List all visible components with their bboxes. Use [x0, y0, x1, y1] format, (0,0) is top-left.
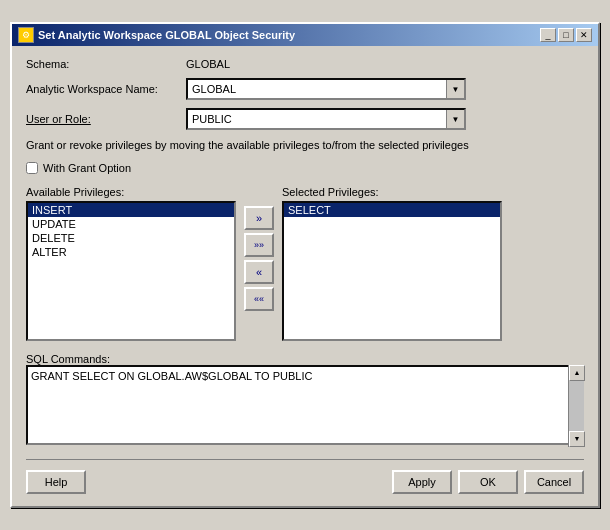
- window-icon-symbol: ⚙: [22, 30, 30, 40]
- list-item[interactable]: SELECT: [284, 203, 500, 217]
- selected-privileges-label: Selected Privileges:: [282, 186, 502, 198]
- title-controls: _ □ ✕: [540, 28, 592, 42]
- grant-option-row: With Grant Option: [26, 162, 584, 174]
- schema-label: Schema:: [26, 58, 186, 70]
- sql-scrollbar[interactable]: ▲ ▼: [568, 365, 584, 447]
- privileges-container: Available Privileges: INSERT UPDATE DELE…: [26, 186, 584, 341]
- list-item[interactable]: UPDATE: [28, 217, 234, 231]
- scroll-track: [569, 381, 584, 431]
- move-left-button[interactable]: «: [244, 260, 274, 284]
- scroll-up-button[interactable]: ▲: [569, 365, 585, 381]
- move-all-right-icon: »»: [254, 240, 264, 250]
- schema-row: Schema: GLOBAL: [26, 58, 584, 70]
- list-item[interactable]: INSERT: [28, 203, 234, 217]
- aw-name-label: Analytic Workspace Name:: [26, 83, 186, 95]
- transfer-buttons: » »» « ««: [240, 206, 278, 311]
- move-all-left-icon: ««: [254, 294, 264, 304]
- move-left-icon: «: [256, 266, 262, 278]
- bottom-buttons: Help Apply OK Cancel: [26, 459, 584, 494]
- action-buttons: Apply OK Cancel: [392, 470, 584, 494]
- title-bar-left: ⚙ Set Analytic Workspace GLOBAL Object S…: [18, 27, 295, 43]
- aw-name-select[interactable]: GLOBAL: [192, 83, 460, 95]
- minimize-button[interactable]: _: [540, 28, 556, 42]
- move-all-right-button[interactable]: »»: [244, 233, 274, 257]
- close-button[interactable]: ✕: [576, 28, 592, 42]
- aw-name-row: Analytic Workspace Name: GLOBAL ▼: [26, 78, 584, 100]
- help-button[interactable]: Help: [26, 470, 86, 494]
- user-role-select[interactable]: PUBLIC DBA CONNECT: [192, 113, 460, 125]
- window-body: Schema: GLOBAL Analytic Workspace Name: …: [12, 46, 598, 505]
- sql-section: SQL Commands: ▲ ▼: [26, 353, 584, 447]
- available-privileges-label: Available Privileges:: [26, 186, 236, 198]
- move-right-icon: »: [256, 212, 262, 224]
- sql-commands-label: SQL Commands:: [26, 353, 110, 365]
- move-right-button[interactable]: »: [244, 206, 274, 230]
- user-role-field[interactable]: PUBLIC DBA CONNECT ▼: [186, 108, 466, 130]
- available-privileges-listbox[interactable]: INSERT UPDATE DELETE ALTER: [26, 201, 236, 341]
- title-bar: ⚙ Set Analytic Workspace GLOBAL Object S…: [12, 24, 598, 46]
- selected-privileges-section: Selected Privileges: SELECT: [282, 186, 502, 341]
- list-item[interactable]: ALTER: [28, 245, 234, 259]
- available-privileges-section: Available Privileges: INSERT UPDATE DELE…: [26, 186, 236, 341]
- main-window: ⚙ Set Analytic Workspace GLOBAL Object S…: [10, 22, 600, 507]
- user-role-label: User or Role:: [26, 113, 186, 125]
- move-all-left-button[interactable]: ««: [244, 287, 274, 311]
- schema-value: GLOBAL: [186, 58, 230, 70]
- maximize-button[interactable]: □: [558, 28, 574, 42]
- selected-privileges-listbox[interactable]: SELECT: [282, 201, 502, 341]
- with-grant-option-checkbox[interactable]: [26, 162, 38, 174]
- scroll-down-button[interactable]: ▼: [569, 431, 585, 447]
- ok-button[interactable]: OK: [458, 470, 518, 494]
- window-icon: ⚙: [18, 27, 34, 43]
- description-text: Grant or revoke privileges by moving the…: [26, 138, 584, 153]
- sql-textbox-wrapper: ▲ ▼: [26, 365, 584, 447]
- window-title: Set Analytic Workspace GLOBAL Object Sec…: [38, 29, 295, 41]
- user-role-row: User or Role: PUBLIC DBA CONNECT ▼: [26, 108, 584, 130]
- apply-button[interactable]: Apply: [392, 470, 452, 494]
- aw-name-field[interactable]: GLOBAL ▼: [186, 78, 466, 100]
- sql-commands-textarea[interactable]: [26, 365, 584, 445]
- cancel-button[interactable]: Cancel: [524, 470, 584, 494]
- with-grant-option-label[interactable]: With Grant Option: [43, 162, 131, 174]
- list-item[interactable]: DELETE: [28, 231, 234, 245]
